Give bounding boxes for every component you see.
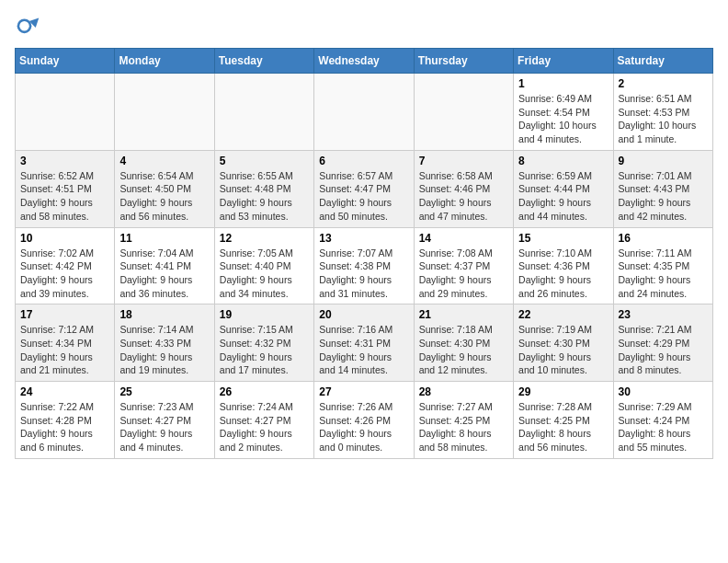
day-info: Sunrise: 7:14 AM Sunset: 4:33 PM Dayligh… — [119, 323, 209, 377]
day-info: Sunrise: 6:51 AM Sunset: 4:53 PM Dayligh… — [619, 92, 708, 146]
day-info: Sunrise: 7:11 AM Sunset: 4:35 PM Dayligh… — [619, 247, 708, 301]
day-number: 22 — [518, 308, 608, 321]
day-number: 6 — [319, 155, 408, 167]
day-info: Sunrise: 6:59 AM Sunset: 4:44 PM Dayligh… — [518, 169, 608, 224]
calendar-cell — [16, 74, 115, 151]
day-number: 16 — [619, 232, 708, 245]
calendar-cell: 23Sunrise: 7:21 AM Sunset: 4:29 PM Dayli… — [613, 304, 712, 382]
day-info: Sunrise: 6:49 AM Sunset: 4:54 PM Dayligh… — [518, 92, 608, 146]
calendar-header-row: SundayMondayTuesdayWednesdayThursdayFrid… — [16, 49, 713, 74]
day-info: Sunrise: 6:57 AM Sunset: 4:47 PM Dayligh… — [319, 169, 408, 224]
day-number: 8 — [518, 155, 608, 167]
calendar-cell: 6Sunrise: 6:57 AM Sunset: 4:47 PM Daylig… — [314, 150, 414, 227]
day-info: Sunrise: 7:22 AM Sunset: 4:28 PM Dayligh… — [20, 400, 109, 454]
weekday-header-saturday: Saturday — [613, 49, 712, 74]
calendar-cell: 24Sunrise: 7:22 AM Sunset: 4:28 PM Dayli… — [16, 382, 115, 459]
day-info: Sunrise: 7:07 AM Sunset: 4:38 PM Dayligh… — [319, 247, 408, 301]
calendar-cell — [414, 74, 513, 151]
day-number: 2 — [619, 77, 708, 90]
day-info: Sunrise: 7:16 AM Sunset: 4:31 PM Dayligh… — [319, 323, 408, 377]
calendar-cell: 9Sunrise: 7:01 AM Sunset: 4:43 PM Daylig… — [613, 150, 712, 227]
day-info: Sunrise: 6:54 AM Sunset: 4:50 PM Dayligh… — [119, 169, 209, 224]
calendar-cell: 8Sunrise: 6:59 AM Sunset: 4:44 PM Daylig… — [514, 150, 613, 227]
day-number: 11 — [119, 232, 209, 245]
calendar-cell: 14Sunrise: 7:08 AM Sunset: 4:37 PM Dayli… — [414, 227, 513, 304]
day-number: 25 — [119, 385, 209, 398]
day-info: Sunrise: 7:21 AM Sunset: 4:29 PM Dayligh… — [619, 323, 708, 377]
day-info: Sunrise: 7:29 AM Sunset: 4:24 PM Dayligh… — [619, 400, 708, 454]
day-info: Sunrise: 7:28 AM Sunset: 4:25 PM Dayligh… — [518, 400, 608, 454]
day-number: 23 — [619, 308, 708, 321]
day-info: Sunrise: 7:19 AM Sunset: 4:30 PM Dayligh… — [518, 323, 608, 377]
logo-icon — [15, 15, 40, 40]
weekday-header-thursday: Thursday — [414, 49, 513, 74]
day-info: Sunrise: 7:01 AM Sunset: 4:43 PM Dayligh… — [619, 169, 708, 224]
calendar-cell: 21Sunrise: 7:18 AM Sunset: 4:30 PM Dayli… — [414, 304, 513, 382]
day-number: 28 — [419, 385, 508, 398]
calendar-cell: 7Sunrise: 6:58 AM Sunset: 4:46 PM Daylig… — [414, 150, 513, 227]
weekday-header-friday: Friday — [514, 49, 613, 74]
calendar-week-2: 3Sunrise: 6:52 AM Sunset: 4:51 PM Daylig… — [16, 150, 713, 227]
calendar-cell: 15Sunrise: 7:10 AM Sunset: 4:36 PM Dayli… — [514, 227, 613, 304]
day-number: 15 — [518, 232, 608, 245]
calendar-cell — [314, 74, 414, 151]
day-number: 3 — [20, 155, 109, 167]
calendar-week-4: 17Sunrise: 7:12 AM Sunset: 4:34 PM Dayli… — [16, 304, 713, 382]
calendar-cell: 25Sunrise: 7:23 AM Sunset: 4:27 PM Dayli… — [115, 382, 214, 459]
day-number: 17 — [20, 308, 109, 321]
day-info: Sunrise: 7:02 AM Sunset: 4:42 PM Dayligh… — [20, 247, 109, 301]
calendar-cell: 26Sunrise: 7:24 AM Sunset: 4:27 PM Dayli… — [214, 382, 313, 459]
day-number: 26 — [220, 385, 309, 398]
calendar-week-1: 1Sunrise: 6:49 AM Sunset: 4:54 PM Daylig… — [16, 74, 713, 151]
weekday-header-monday: Monday — [115, 49, 214, 74]
day-number: 27 — [319, 385, 408, 398]
day-info: Sunrise: 6:58 AM Sunset: 4:46 PM Dayligh… — [419, 169, 508, 224]
svg-point-1 — [19, 21, 29, 31]
calendar-cell: 11Sunrise: 7:04 AM Sunset: 4:41 PM Dayli… — [115, 227, 214, 304]
day-info: Sunrise: 7:18 AM Sunset: 4:30 PM Dayligh… — [419, 323, 508, 377]
calendar-cell: 30Sunrise: 7:29 AM Sunset: 4:24 PM Dayli… — [613, 382, 712, 459]
calendar-cell: 20Sunrise: 7:16 AM Sunset: 4:31 PM Dayli… — [314, 304, 414, 382]
calendar-cell: 4Sunrise: 6:54 AM Sunset: 4:50 PM Daylig… — [115, 150, 214, 227]
calendar-cell: 28Sunrise: 7:27 AM Sunset: 4:25 PM Dayli… — [414, 382, 513, 459]
day-number: 13 — [319, 232, 408, 245]
day-info: Sunrise: 7:04 AM Sunset: 4:41 PM Dayligh… — [119, 247, 209, 301]
day-info: Sunrise: 7:24 AM Sunset: 4:27 PM Dayligh… — [220, 400, 309, 454]
calendar-cell: 2Sunrise: 6:51 AM Sunset: 4:53 PM Daylig… — [613, 74, 712, 151]
day-number: 10 — [20, 232, 109, 245]
day-number: 14 — [419, 232, 508, 245]
day-info: Sunrise: 7:10 AM Sunset: 4:36 PM Dayligh… — [518, 247, 608, 301]
weekday-header-tuesday: Tuesday — [214, 49, 313, 74]
calendar-cell: 29Sunrise: 7:28 AM Sunset: 4:25 PM Dayli… — [514, 382, 613, 459]
day-info: Sunrise: 7:27 AM Sunset: 4:25 PM Dayligh… — [419, 400, 508, 454]
day-number: 21 — [419, 308, 508, 321]
day-number: 30 — [619, 385, 708, 398]
calendar-cell: 19Sunrise: 7:15 AM Sunset: 4:32 PM Dayli… — [214, 304, 313, 382]
calendar-cell: 3Sunrise: 6:52 AM Sunset: 4:51 PM Daylig… — [16, 150, 115, 227]
day-number: 7 — [419, 155, 508, 167]
calendar-cell: 17Sunrise: 7:12 AM Sunset: 4:34 PM Dayli… — [16, 304, 115, 382]
calendar-cell — [115, 74, 214, 151]
calendar-week-3: 10Sunrise: 7:02 AM Sunset: 4:42 PM Dayli… — [16, 227, 713, 304]
day-info: Sunrise: 6:55 AM Sunset: 4:48 PM Dayligh… — [220, 169, 309, 224]
day-info: Sunrise: 6:52 AM Sunset: 4:51 PM Dayligh… — [20, 169, 109, 224]
page-header — [15, 15, 713, 40]
day-number: 1 — [518, 77, 608, 90]
day-info: Sunrise: 7:12 AM Sunset: 4:34 PM Dayligh… — [20, 323, 109, 377]
day-info: Sunrise: 7:23 AM Sunset: 4:27 PM Dayligh… — [119, 400, 209, 454]
day-number: 19 — [220, 308, 309, 321]
calendar-cell: 10Sunrise: 7:02 AM Sunset: 4:42 PM Dayli… — [16, 227, 115, 304]
day-number: 12 — [220, 232, 309, 245]
calendar-cell — [214, 74, 313, 151]
day-number: 9 — [619, 155, 708, 167]
logo — [15, 15, 44, 40]
calendar-week-5: 24Sunrise: 7:22 AM Sunset: 4:28 PM Dayli… — [16, 382, 713, 459]
calendar-cell: 16Sunrise: 7:11 AM Sunset: 4:35 PM Dayli… — [613, 227, 712, 304]
calendar-table: SundayMondayTuesdayWednesdayThursdayFrid… — [15, 48, 713, 459]
day-number: 18 — [119, 308, 209, 321]
calendar-cell: 5Sunrise: 6:55 AM Sunset: 4:48 PM Daylig… — [214, 150, 313, 227]
day-info: Sunrise: 7:26 AM Sunset: 4:26 PM Dayligh… — [319, 400, 408, 454]
calendar-cell: 22Sunrise: 7:19 AM Sunset: 4:30 PM Dayli… — [514, 304, 613, 382]
calendar-cell: 27Sunrise: 7:26 AM Sunset: 4:26 PM Dayli… — [314, 382, 414, 459]
weekday-header-wednesday: Wednesday — [314, 49, 414, 74]
